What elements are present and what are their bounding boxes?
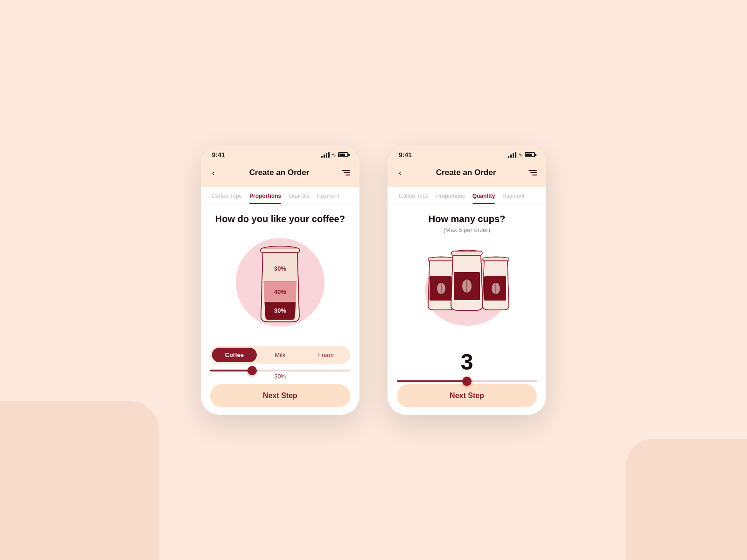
status-icons-1: ∿ [321, 152, 348, 158]
prop-tab-coffee[interactable]: Coffee [212, 348, 257, 362]
nav-bar-2: ‹ Create an Order [388, 162, 546, 187]
wifi-icon-1: ∿ [331, 152, 336, 158]
signal-icon-2 [508, 152, 516, 158]
content-2: How many cups? (Max 5 per order) [388, 204, 546, 415]
svg-rect-13 [451, 251, 482, 255]
phones-container: 9:41 ∿ ‹ Create an Order [201, 146, 546, 415]
quantity-value-2: 3 [461, 349, 473, 375]
nav-bar-1: ‹ Create an Order [201, 162, 359, 187]
phone-quantity: 9:41 ∿ ‹ Create an Order [388, 146, 546, 415]
svg-text:40%: 40% [274, 288, 286, 295]
slider-value-1: 30% [210, 373, 350, 380]
svg-rect-18 [483, 258, 509, 261]
next-step-button-1[interactable]: Next Step [210, 384, 350, 407]
proportion-tabs-1: Coffee Milk Foam [210, 346, 350, 364]
quantity-slider-2[interactable] [397, 380, 537, 382]
prop-tab-milk[interactable]: Milk [258, 348, 303, 362]
battery-icon-2 [525, 152, 535, 157]
nav-title-1: Create an Order [249, 168, 310, 177]
content-1: How do you like your coffee? [201, 204, 359, 415]
tab-payment-1[interactable]: Payment [313, 193, 343, 204]
battery-icon-1 [338, 152, 348, 157]
cup-svg-1: 30% 40% 30% [250, 237, 310, 328]
svg-text:30%: 30% [274, 307, 286, 314]
proportion-slider-1[interactable]: 30% [210, 370, 350, 380]
prop-tab-foam[interactable]: Foam [303, 348, 348, 362]
status-bar-1: 9:41 ∿ [201, 146, 359, 162]
menu-button-2[interactable] [529, 170, 537, 175]
svg-rect-1 [261, 248, 300, 252]
tab-proportions-1[interactable]: Proportions [246, 193, 285, 204]
tab-coffee-type-1[interactable]: Coffee Type [208, 193, 246, 204]
nav-title-2: Create an Order [436, 168, 496, 177]
status-time-1: 9:41 [212, 151, 225, 159]
next-step-button-2[interactable]: Next Step [397, 384, 537, 407]
wifi-icon-2: ∿ [518, 152, 523, 158]
cups-illustration-2 [416, 238, 518, 341]
menu-button-1[interactable] [342, 170, 350, 175]
bg-decoration-left [0, 401, 159, 560]
back-button-1[interactable]: ‹ [210, 166, 217, 180]
tab-bar-2: Coffee Type Proportions Quantity Payment [388, 187, 546, 204]
tab-payment-2[interactable]: Payment [499, 193, 528, 204]
tab-quantity-2[interactable]: Quantity [469, 193, 499, 204]
cup-illustration-1: 30% 40% 30% [229, 226, 331, 338]
status-bar-2: 9:41 ∿ [388, 146, 546, 162]
back-button-2[interactable]: ‹ [397, 166, 403, 180]
screen-title-1: How do you like your coffee? [215, 214, 345, 224]
screen-subtitle-2: (Max 5 per order) [444, 226, 490, 233]
tab-proportions-2[interactable]: Proportions [432, 193, 468, 204]
tab-coffee-type-2[interactable]: Coffee Type [395, 193, 432, 204]
signal-icon-1 [321, 152, 330, 158]
phone-proportions: 9:41 ∿ ‹ Create an Order [201, 146, 359, 415]
bg-decoration-right [626, 439, 747, 560]
status-icons-2: ∿ [508, 152, 535, 158]
status-time-2: 9:41 [399, 151, 412, 159]
svg-rect-8 [428, 258, 454, 261]
screen-title-2: How many cups? [429, 214, 505, 224]
cups-svg-2 [416, 238, 518, 331]
svg-text:30%: 30% [274, 265, 286, 272]
tab-bar-1: Coffee Type Proportions Quantity Payment [201, 187, 359, 204]
tab-quantity-1[interactable]: Quantity [285, 193, 313, 204]
